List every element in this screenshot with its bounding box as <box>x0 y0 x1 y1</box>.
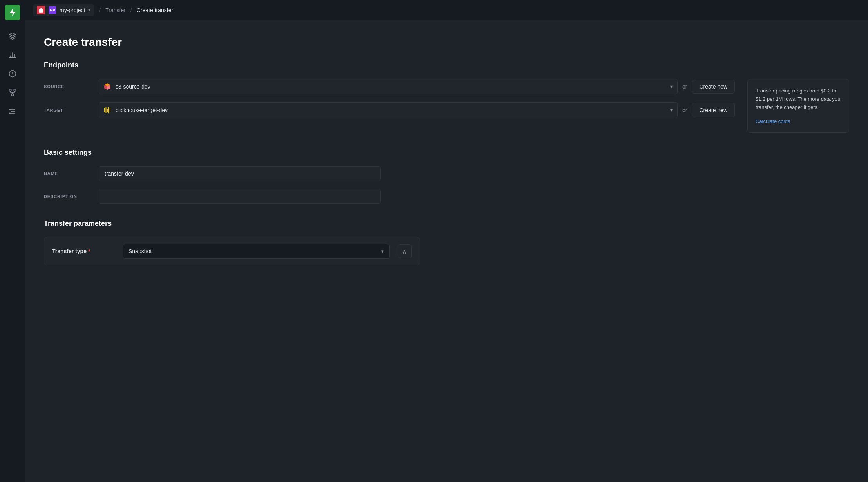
svg-rect-28 <box>110 108 110 112</box>
chevron-up-icon: ∧ <box>402 248 407 255</box>
transfer-type-chevron-icon: ▾ <box>381 248 384 254</box>
main-area: MP my-project ▾ / Transfer / Create tran… <box>25 0 868 482</box>
source-value: s3-source-dev <box>116 83 150 90</box>
breadcrumb-current: Create transfer <box>137 7 173 13</box>
svg-rect-24 <box>104 108 105 112</box>
target-row: TARGET <box>44 102 735 118</box>
target-select[interactable]: clickhouse-target-dev ▾ <box>99 102 678 118</box>
svg-rect-27 <box>108 107 109 113</box>
breadcrumb-separator-2: / <box>130 7 132 13</box>
clickhouse-icon <box>104 107 111 114</box>
transfer-params-card: Transfer type * Snapshot ▾ ∧ <box>44 237 420 265</box>
svg-point-20 <box>9 112 11 114</box>
endpoints-form-layout: SOURCE <box>44 79 849 133</box>
project-selector[interactable]: MP my-project ▾ <box>33 4 94 16</box>
description-label: DESCRIPTION <box>44 194 91 199</box>
basic-settings-title: Basic settings <box>44 149 849 157</box>
svg-marker-0 <box>9 33 16 36</box>
basic-settings-section: Basic settings NAME DESCRIPTION <box>44 149 849 204</box>
target-label: TARGET <box>44 108 91 112</box>
sidebar <box>0 0 25 482</box>
target-value: clickhouse-target-dev <box>116 107 168 113</box>
transfer-params-title: Transfer parameters <box>44 219 849 228</box>
source-select-wrapper: s3-source-dev ▾ <box>99 79 678 94</box>
breadcrumb-parent[interactable]: Transfer <box>105 7 126 13</box>
svg-rect-9 <box>14 89 16 91</box>
name-row: NAME <box>44 166 849 181</box>
source-or-text: or <box>682 83 687 90</box>
source-control-group: s3-source-dev ▾ or Create new <box>99 79 735 94</box>
sidebar-icon-network[interactable] <box>5 85 20 100</box>
calculate-costs-link[interactable]: Calculate costs <box>756 118 790 124</box>
transfer-type-select[interactable]: Snapshot ▾ <box>123 244 390 259</box>
sidebar-icon-layers[interactable] <box>5 28 20 44</box>
transfer-type-select-wrapper: Snapshot ▾ <box>123 244 390 259</box>
svg-rect-8 <box>9 89 11 91</box>
svg-rect-25 <box>106 107 107 113</box>
transfer-type-row: Transfer type * Snapshot ▾ ∧ <box>44 237 420 265</box>
pricing-info-card: Transfer pricing ranges from $0.2 to $1.… <box>747 79 849 133</box>
target-select-wrapper: clickhouse-target-dev ▾ <box>99 102 678 118</box>
target-create-new-button[interactable]: Create new <box>692 103 735 117</box>
page-title: Create transfer <box>44 36 849 49</box>
sidebar-icon-settings[interactable] <box>5 103 20 119</box>
source-create-new-button[interactable]: Create new <box>692 80 735 94</box>
sidebar-icon-monitor[interactable] <box>5 66 20 82</box>
target-chevron-icon: ▾ <box>670 107 673 113</box>
svg-rect-26 <box>107 109 108 112</box>
target-control-group: clickhouse-target-dev ▾ or Create new <box>99 102 735 118</box>
svg-rect-10 <box>12 94 14 96</box>
project-home-icon <box>37 6 45 14</box>
svg-point-18 <box>9 109 11 110</box>
collapse-button[interactable]: ∧ <box>398 244 412 258</box>
source-label: SOURCE <box>44 84 91 89</box>
transfer-type-label: Transfer type * <box>52 248 115 254</box>
s3-icon <box>104 83 111 90</box>
app-logo <box>5 5 20 20</box>
description-row: DESCRIPTION <box>44 189 849 204</box>
description-input[interactable] <box>99 189 381 204</box>
sidebar-icon-chart[interactable] <box>5 47 20 63</box>
topbar: MP my-project ▾ / Transfer / Create tran… <box>25 0 868 20</box>
source-row: SOURCE <box>44 79 735 94</box>
transfer-type-value: Snapshot <box>128 248 152 254</box>
name-label: NAME <box>44 171 91 176</box>
target-or-text: or <box>682 107 687 113</box>
transfer-params-section: Transfer parameters Transfer type * Snap… <box>44 219 849 265</box>
source-chevron-icon: ▾ <box>670 84 673 89</box>
breadcrumb-separator: / <box>99 7 101 13</box>
endpoints-form: SOURCE <box>44 79 735 126</box>
endpoints-title: Endpoints <box>44 61 849 69</box>
endpoints-section: Endpoints SOURCE <box>44 61 849 133</box>
source-select[interactable]: s3-source-dev ▾ <box>99 79 678 94</box>
svg-point-19 <box>11 111 12 112</box>
page-content: Create transfer Endpoints SOURCE <box>25 20 868 482</box>
name-input[interactable] <box>99 166 381 181</box>
pricing-text: Transfer pricing ranges from $0.2 to $1.… <box>756 87 841 111</box>
required-star: * <box>88 248 90 254</box>
project-name: my-project <box>60 7 85 13</box>
project-initials: MP <box>49 6 56 14</box>
project-chevron-icon: ▾ <box>88 7 90 13</box>
